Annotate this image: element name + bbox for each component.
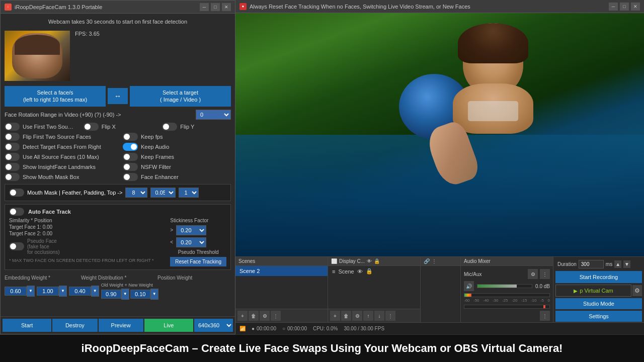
old-weight-input[interactable] (101, 290, 121, 299)
source-up-button[interactable]: ↑ (363, 311, 373, 321)
audio-extra-button[interactable]: ⋮ (540, 311, 550, 321)
toggle-face-enhancer-switch[interactable] (123, 173, 138, 181)
source-down-button[interactable]: ↓ (374, 311, 384, 321)
toggle-mouth-mask-switch[interactable] (5, 173, 20, 181)
toggle-insight-label: Show InsightFace Landmarks (23, 164, 96, 170)
rotation-label: Face Rotation Range in Video (+90) (?) (… (5, 112, 193, 118)
mouth-mask-section: Mouth Mask | Feather, Padding, Top -> 8 … (5, 184, 231, 201)
resolution-group: 640x360 644x362 (194, 319, 233, 332)
weight-dist-input[interactable] (37, 287, 59, 296)
reset-face-tracking-button[interactable]: Reset Face Tracking (170, 257, 226, 266)
meter-fill (464, 294, 471, 297)
mouth-padding-select[interactable]: 0.05 (150, 188, 176, 198)
audio-label-row: Mic/Aux ⚙ ⋮ (464, 269, 550, 279)
toggle-keep-fps-switch[interactable] (123, 133, 138, 141)
toggle-keep-fps-label: Keep fps (141, 134, 163, 140)
minimize-button[interactable]: ─ (200, 3, 209, 11)
pseudo-face-toggle[interactable] (9, 242, 24, 250)
stickiness-label: Stickiness Factor (170, 218, 208, 223)
mute-button[interactable]: 🔊 (464, 281, 474, 291)
select-target-button[interactable]: Select a target ( Image / Video ) (130, 86, 231, 107)
toggle-use-first-two-switch[interactable] (5, 123, 20, 131)
virtual-cam-row: ▶ p Virtual Cam ⚙ (555, 285, 642, 297)
mouth-feather-select[interactable]: 8 (125, 188, 147, 198)
fps-label: FPS: 3.65 (75, 31, 100, 37)
pseudo-face-label: Pseudo Face(fake facefor occlusions) (27, 238, 59, 255)
obs-maximize-button[interactable]: □ (620, 3, 629, 11)
new-weight-arrow[interactable]: ▼ (150, 289, 158, 300)
obs-minimize-button[interactable]: ─ (609, 3, 618, 11)
video-preview (235, 13, 644, 256)
audio-more-button[interactable]: ⋮ (540, 269, 550, 279)
signal-icon: 📶 (239, 326, 246, 331)
destroy-button[interactable]: Destroy (52, 319, 97, 332)
rotation-select[interactable]: 0 45 90 (196, 110, 231, 120)
eye-icon-source: 👁 (357, 268, 363, 275)
auto-face-track-toggle[interactable] (9, 208, 24, 216)
toggle-flip-first-two-switch[interactable] (5, 133, 20, 141)
stick-val-1-select[interactable]: 0.20 (176, 225, 206, 235)
audio-settings-button[interactable]: ⚙ (528, 269, 538, 279)
stickiness-row-1: > 0.20 (170, 225, 208, 235)
resolution-select[interactable]: 640x360 644x362 (194, 319, 233, 332)
fps-status-label: 30.00 / 30.00 FPS (344, 326, 384, 331)
toggle-keep-audio-switch[interactable] (123, 143, 138, 151)
stick-val-2-select[interactable]: 0.20 (176, 237, 206, 247)
position-weight-arrow[interactable]: ▼ (91, 286, 99, 297)
obs-close-button[interactable]: ✕ (631, 3, 640, 11)
start-recording-button[interactable]: Start Recording (555, 271, 642, 283)
toggle-keep-frames-switch[interactable] (123, 153, 138, 161)
similarity-position-label: Similarity * Position (9, 218, 164, 223)
source-item[interactable]: ≡ Scene 👁 🔒 (328, 266, 420, 277)
old-weight-arrow[interactable]: ▼ (121, 289, 129, 300)
studio-mode-button[interactable]: Studio Mode (555, 298, 642, 309)
virtual-cam-settings-button[interactable]: ⚙ (632, 285, 642, 296)
toggle-flip-y-switch[interactable] (162, 123, 177, 131)
volume-control: 🔊 0.0 dB (464, 281, 550, 291)
app-icon: i (5, 4, 12, 11)
select-face-button[interactable]: Select a face/s (left to right 10 faces … (5, 86, 106, 107)
source-more-button[interactable]: ⋮ (385, 311, 395, 321)
cpu-label: CPU: 0.0% (313, 326, 338, 331)
duration-down-button[interactable]: ▼ (623, 260, 630, 268)
toggle-row-4: Use All Source Faces (10 Max) Keep Frame… (5, 153, 231, 161)
obs-window-controls: ─ □ ✕ (609, 3, 640, 11)
embed-weight-arrow[interactable]: ▼ (27, 286, 35, 297)
toggle-flip-first-two: Flip First Two Source Faces (5, 133, 113, 141)
swap-button[interactable]: ↔ (108, 88, 128, 104)
toggle-insight-switch[interactable] (5, 163, 20, 171)
start-button[interactable]: Start (3, 319, 51, 332)
source-settings-button[interactable]: ⚙ (352, 311, 362, 321)
live-button[interactable]: Live (144, 319, 193, 332)
toggle-use-all-source-switch[interactable] (5, 153, 20, 161)
new-weight-input[interactable] (130, 290, 150, 299)
position-weight-input[interactable] (69, 287, 91, 296)
maximize-button[interactable]: □ (211, 3, 220, 11)
sources-panel-header: ⬜ Display C... 👁 🔒 (328, 257, 420, 266)
preview-button[interactable]: Preview (99, 319, 143, 332)
target-face-1: Target Face 1: 0.00 (9, 224, 164, 230)
duration-up-button[interactable]: ▲ (614, 260, 621, 268)
scene-2-item[interactable]: Scene 2 (235, 266, 328, 276)
obs-settings-button[interactable]: Settings (555, 311, 642, 322)
toggle-flip-x-switch[interactable] (84, 123, 99, 131)
source-add-button[interactable]: + (330, 311, 340, 321)
mouth-top-select[interactable]: 1 (179, 188, 199, 198)
obs-scenes-sources: Scenes Scene 2 + 🗑 ⚙ ⋮ ⬜ (235, 257, 644, 322)
scene-add-button[interactable]: + (237, 311, 248, 321)
scene-more-button[interactable]: ⋮ (271, 311, 281, 321)
toggle-nsfw-switch[interactable] (123, 163, 138, 171)
audio-mixer: Audio Mixer Mic/Aux ⚙ ⋮ (461, 257, 553, 322)
volume-slider[interactable] (477, 284, 532, 288)
scene-settings-button[interactable]: ⚙ (260, 311, 270, 321)
embedding-weight-label: Embedding Weight * (5, 275, 78, 281)
weight-dist-arrow[interactable]: ▼ (59, 286, 67, 297)
close-button[interactable]: ✕ (222, 3, 231, 11)
mouth-mask-toggle[interactable] (9, 189, 24, 197)
embed-weight-input[interactable] (5, 287, 27, 296)
scene-remove-button[interactable]: 🗑 (249, 311, 259, 321)
duration-input[interactable] (579, 260, 604, 268)
source-remove-button[interactable]: 🗑 (341, 311, 351, 321)
toggle-detect-target-switch[interactable] (5, 143, 20, 151)
virtual-cam-button[interactable]: ▶ p Virtual Cam (555, 285, 631, 297)
